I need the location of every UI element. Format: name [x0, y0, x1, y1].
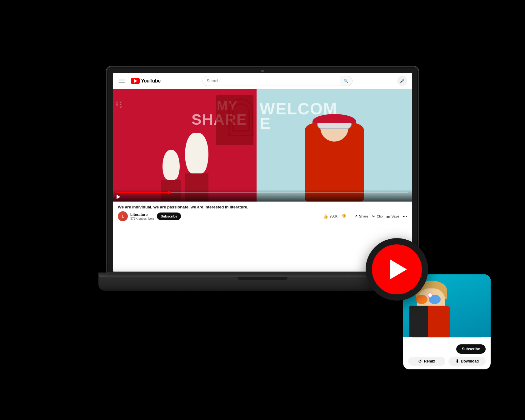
search-icon	[344, 78, 348, 83]
download-icon	[455, 359, 459, 364]
dislike-button[interactable]	[341, 214, 346, 219]
arch-pattern2	[232, 103, 250, 132]
channel-info: Literature 375K subscribers	[130, 212, 154, 220]
youtube-logo[interactable]: YouTube	[131, 78, 161, 84]
youtube-logo-icon	[131, 78, 140, 84]
search-button[interactable]	[340, 76, 352, 86]
video-info: We are individual, we are passionate, we…	[113, 202, 412, 224]
play-button[interactable]	[117, 195, 120, 199]
search-bar	[202, 76, 352, 86]
dislike-icon	[341, 214, 346, 219]
progress-thumb	[168, 191, 171, 194]
save-label: Save	[391, 214, 399, 218]
youtube-logo-play-triangle	[134, 79, 137, 83]
video-composite: NO LVO MY SHARE	[113, 89, 412, 202]
laptop-notch	[238, 277, 288, 280]
clip-icon	[372, 214, 375, 219]
phone-remix-label: Remix	[424, 359, 435, 363]
channel-row: L Literature 375K subscribers Subscribe	[118, 211, 407, 221]
phone-download-label: Download	[461, 359, 479, 363]
channel-subs: 375K subscribers	[130, 217, 154, 220]
subscribe-button[interactable]: Subscribe	[157, 212, 181, 220]
video-title: We are individual, we are passionate, we…	[118, 205, 407, 209]
clip-label: Clip	[377, 214, 382, 218]
channel-name: Literature	[130, 212, 154, 217]
youtube-big-button[interactable]	[366, 238, 428, 301]
like-icon	[323, 214, 328, 219]
remix-icon	[418, 359, 422, 364]
video-player[interactable]: NO LVO MY SHARE	[113, 89, 412, 202]
scene: YouTube	[59, 38, 466, 382]
progress-bar[interactable]	[117, 192, 408, 193]
phone-download-button[interactable]: Download	[448, 357, 486, 366]
youtube-big-button-outer	[366, 238, 428, 301]
video-right-panel: WELCOM E	[257, 89, 412, 202]
video-controls	[113, 189, 412, 202]
clip-button[interactable]: Clip	[372, 214, 382, 219]
laptop-camera	[261, 70, 264, 72]
youtube-header: YouTube	[113, 73, 412, 89]
youtube-logo-text: YouTube	[141, 78, 161, 84]
action-row: 950K Share	[323, 213, 407, 219]
action-divider	[350, 213, 350, 219]
phone-scroll-indicator	[412, 337, 482, 338]
channel-avatar: L	[118, 211, 128, 221]
like-count: 950K	[329, 214, 338, 218]
laptop: YouTube	[98, 66, 427, 354]
more-button[interactable]	[403, 214, 407, 218]
share-icon	[354, 214, 358, 219]
channel-left: L Literature 375K subscribers Subscribe	[118, 211, 181, 221]
hamburger-menu[interactable]	[118, 78, 126, 84]
mic-icon	[400, 78, 404, 83]
more-icon	[403, 214, 407, 218]
phone-actions: Subscribe Remix Download	[403, 341, 491, 369]
like-button[interactable]: 950K	[323, 214, 338, 219]
video-left-panel: NO LVO MY SHARE	[113, 89, 257, 202]
phone-action-row: Remix Download	[408, 357, 486, 366]
save-icon	[386, 214, 390, 219]
phone-remix-button[interactable]: Remix	[408, 357, 445, 366]
share-button[interactable]: Share	[354, 214, 368, 219]
youtube-big-play-triangle	[390, 259, 407, 279]
phone-subscribe-button[interactable]: Subscribe	[456, 344, 486, 354]
voice-search-button[interactable]	[397, 76, 407, 86]
progress-fill	[117, 192, 169, 193]
search-input[interactable]	[203, 76, 340, 86]
controls-row	[117, 195, 408, 199]
save-button[interactable]: Save	[386, 214, 399, 219]
youtube-big-button-inner	[372, 244, 422, 294]
share-label: Share	[359, 214, 368, 218]
